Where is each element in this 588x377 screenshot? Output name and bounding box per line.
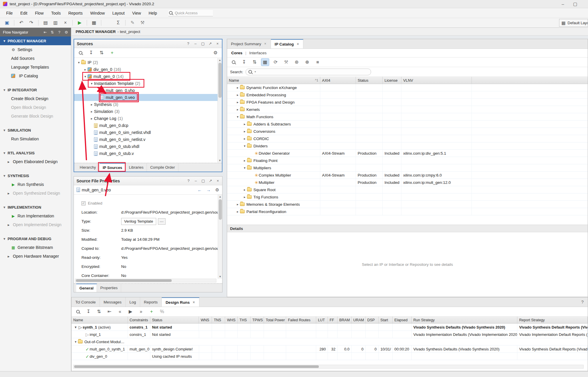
subtab-interfaces[interactable]: Interfaces	[249, 51, 267, 55]
column-header-tpws[interactable]: TPWS	[250, 317, 264, 323]
delete-button[interactable]: ×	[61, 19, 69, 27]
flownav-section-rtl-analysis[interactable]: ▾RTL ANALYSIS	[0, 149, 71, 157]
settings-button[interactable]	[104, 19, 112, 27]
menu-reports[interactable]: Reports	[65, 8, 86, 18]
ip-catalog-row-dividers[interactable]: ▾Dividers	[227, 142, 588, 150]
tree-item-ip[interactable]: ▾IP(2)	[74, 59, 218, 66]
column-header-name[interactable]: Name^1	[227, 77, 320, 84]
maximize-icon[interactable]: ▢	[201, 42, 205, 46]
search-button[interactable]	[76, 49, 85, 57]
flownav-item-open-synthesized-design[interactable]: ▸Open Synthesized Design	[0, 189, 71, 198]
design-runs-hscrollbar[interactable]	[73, 365, 584, 369]
scroll-up-icon[interactable]: ▲	[218, 195, 222, 199]
help-icon[interactable]: ?	[580, 300, 585, 304]
tab-hierarchy[interactable]: Hierarchy	[76, 163, 100, 172]
column-header-status[interactable]: Status	[150, 317, 199, 323]
ip-catalog-row-adders-subtracters[interactable]: ▸Adders & Subtracters	[227, 121, 588, 128]
license-button[interactable]: ⊛	[293, 58, 301, 66]
expand-button[interactable]: ⇅	[95, 308, 103, 315]
flownav-item-open-hardware-manager[interactable]: ▸Open Hardware Manager	[0, 252, 71, 261]
tab-ip-sources[interactable]: IP Sources	[100, 163, 126, 172]
flownav-item-add-sources[interactable]: Add Sources	[0, 54, 71, 63]
ip-catalog-row-multiplier[interactable]: ✳MultiplierProductionIncludedxilinx.com:…	[227, 179, 588, 186]
minimize-icon[interactable]: –	[561, 2, 565, 6]
tab-messages[interactable]: Messages	[100, 297, 126, 307]
chevron-right-icon[interactable]: ▸	[235, 108, 240, 111]
design-run-row-mult-gen-0-synth-1[interactable]: ✓mult_gen_0_synth_1mult_gen_0synth_desig…	[72, 345, 588, 353]
column-header-ff[interactable]: FF	[328, 317, 338, 323]
scrollbar-thumb[interactable]	[218, 63, 222, 98]
menu-view[interactable]: View	[128, 8, 145, 18]
sum-button[interactable]: Σ	[114, 19, 122, 27]
back-icon[interactable]: ←	[197, 188, 202, 192]
help-icon[interactable]: ?	[58, 30, 61, 34]
redo-button[interactable]: ↷	[27, 19, 35, 27]
chevron-down-icon[interactable]: ▾	[73, 340, 78, 343]
grid-button[interactable]: ▦	[261, 58, 269, 66]
column-header-axi4[interactable]: AXI4	[320, 77, 356, 84]
report-button[interactable]: ▤	[41, 19, 50, 27]
column-header-run-strategy[interactable]: Run Strategy	[412, 317, 518, 323]
design-run-row-out-of-context-module-runs[interactable]: ▾Out-of-Context Module Runs	[72, 338, 588, 345]
subtab-cores[interactable]: Cores	[231, 51, 242, 55]
catalog-search-input[interactable]: ▾	[246, 69, 371, 75]
properties-hscrollbar[interactable]	[75, 279, 216, 282]
ip-catalog-row-dynamic-function-exchange[interactable]: ▸Dynamic Function eXchange	[227, 84, 588, 91]
float-icon[interactable]: ↗	[208, 42, 212, 46]
dock-icon[interactable]: ⇤	[44, 30, 47, 34]
column-header-elapsed[interactable]: Elapsed	[393, 317, 412, 323]
flownav-section-synthesis[interactable]: ▾SYNTHESIS	[0, 171, 71, 180]
chevron-down-icon[interactable]: ▾	[242, 144, 247, 148]
tree-item-mult-gen-0-veo[interactable]: mult_gen_0.veo	[74, 94, 218, 101]
menu-layout[interactable]: Layout	[109, 8, 128, 18]
flownav-item-open-elaborated-design[interactable]: ▸Open Elaborated Design	[0, 157, 71, 166]
flownav-section-implementation[interactable]: ▾IMPLEMENTATION	[0, 203, 71, 212]
next-button[interactable]: »	[137, 308, 145, 315]
ip-catalog-row-divider-generator[interactable]: ✳Divider GeneratorAXI4-StreamProductionI…	[227, 150, 588, 157]
chevron-right-icon[interactable]: ▸	[89, 117, 94, 120]
tree-item-mult-gen-0-vho[interactable]: mult_gen_0.vho	[74, 87, 218, 94]
tree-item-synthesis[interactable]: ▸Synthesis(3)	[74, 101, 218, 108]
chevron-right-icon[interactable]: ▸	[242, 196, 247, 199]
close-icon[interactable]: ×	[296, 42, 299, 46]
column-header-start[interactable]: Start	[379, 317, 393, 323]
tree-item-mult-gen-0-dcp[interactable]: mult_gen_0.dcp	[74, 122, 218, 129]
ip-catalog-row-embedded-processing[interactable]: ▸Embedded Processing	[227, 91, 588, 99]
search-button[interactable]	[74, 308, 82, 315]
stop-button[interactable]: ■	[314, 58, 322, 66]
menu-help[interactable]: Help	[145, 8, 161, 18]
flownav-item-ip-catalog[interactable]: IP Catalog	[0, 71, 71, 80]
tree-item-simulation[interactable]: ▸Simulation(3)	[74, 108, 218, 115]
tree-item-instantiation-template[interactable]: ▾Instantiation Template(2)	[74, 80, 218, 87]
float-icon[interactable]: ↗	[209, 179, 212, 183]
chevron-down-icon[interactable]: ▾	[73, 326, 78, 329]
ip-catalog-row-complex-multiplier[interactable]: ✳Complex MultiplierAXI4-StreamProduction…	[227, 172, 588, 179]
tab-tcl-console[interactable]: Tcl Console	[72, 297, 100, 307]
flownav-item-language-templates[interactable]: Language Templates	[0, 63, 71, 71]
tab-log[interactable]: Log	[126, 297, 140, 307]
tab-project-summary[interactable]: Project Summary×	[227, 39, 271, 48]
web-button[interactable]: ⊕	[303, 58, 311, 66]
tree-item-div-gen-0[interactable]: ▸div_gen_0(16)	[74, 66, 218, 73]
flownav-item-open-implemented-design[interactable]: ▸Open Implemented Design	[0, 220, 71, 229]
chevron-right-icon[interactable]: ▸	[242, 130, 247, 133]
flownav-item-settings[interactable]: ⚙Settings	[0, 45, 71, 54]
first-button[interactable]: ⇤	[105, 308, 114, 315]
chevron-right-icon[interactable]: ▸	[83, 68, 88, 71]
close-icon[interactable]: ×	[216, 179, 220, 183]
flow-button[interactable]: ▦	[90, 19, 98, 27]
tab-general[interactable]: General	[76, 284, 97, 292]
ip-catalog-row-fpga-features-and-design[interactable]: ▸FPGA Features and Design	[227, 99, 588, 106]
tab-libraries[interactable]: Libraries	[126, 163, 147, 172]
minimize-icon[interactable]: –	[194, 42, 197, 46]
menu-tools[interactable]: Tools	[47, 8, 65, 18]
wrench-button[interactable]: ⚒	[282, 58, 290, 66]
chevron-right-icon[interactable]: ▸	[235, 101, 240, 104]
forward-icon[interactable]: →	[206, 188, 211, 192]
column-header-vlnv[interactable]: VLNV	[401, 77, 472, 84]
column-header-name[interactable]: Name	[72, 317, 128, 323]
chevron-down-icon[interactable]: ▾	[242, 166, 247, 170]
column-header-uram[interactable]: URAM	[352, 317, 366, 323]
flownav-section-ip-integrator[interactable]: ▾IP INTEGRATOR	[0, 85, 71, 94]
column-header-whs[interactable]: WHS	[225, 317, 238, 323]
